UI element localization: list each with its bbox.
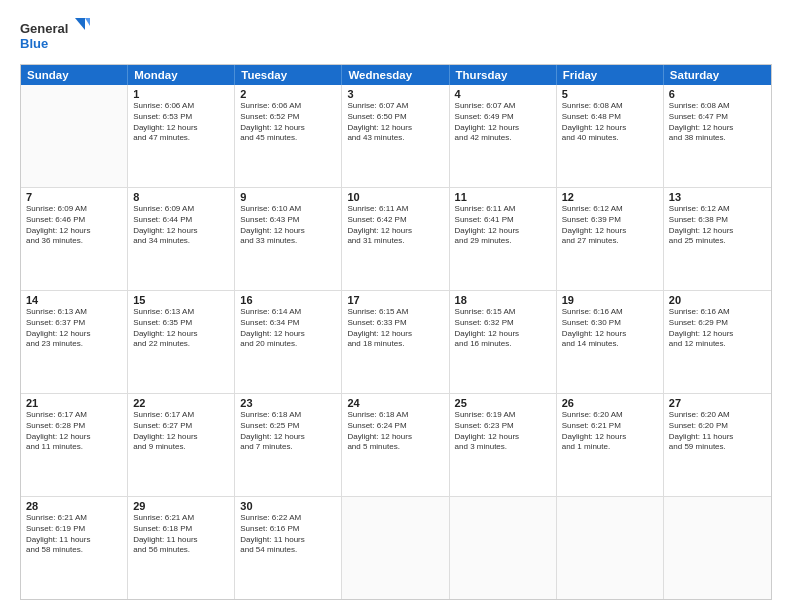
day-info: Sunrise: 6:19 AM Sunset: 6:23 PM Dayligh…: [455, 410, 551, 453]
calendar-header-cell: Thursday: [450, 65, 557, 85]
day-info: Sunrise: 6:08 AM Sunset: 6:48 PM Dayligh…: [562, 101, 658, 144]
day-number: 21: [26, 397, 122, 409]
calendar-cell: 15Sunrise: 6:13 AM Sunset: 6:35 PM Dayli…: [128, 291, 235, 393]
calendar-cell: [557, 497, 664, 599]
calendar-cell: 3Sunrise: 6:07 AM Sunset: 6:50 PM Daylig…: [342, 85, 449, 187]
calendar-row: 14Sunrise: 6:13 AM Sunset: 6:37 PM Dayli…: [21, 291, 771, 394]
day-info: Sunrise: 6:09 AM Sunset: 6:44 PM Dayligh…: [133, 204, 229, 247]
day-info: Sunrise: 6:11 AM Sunset: 6:41 PM Dayligh…: [455, 204, 551, 247]
calendar-header-cell: Sunday: [21, 65, 128, 85]
header: GeneralBlue: [20, 18, 772, 54]
calendar-header-cell: Tuesday: [235, 65, 342, 85]
calendar: SundayMondayTuesdayWednesdayThursdayFrid…: [20, 64, 772, 600]
day-number: 16: [240, 294, 336, 306]
calendar-cell: 22Sunrise: 6:17 AM Sunset: 6:27 PM Dayli…: [128, 394, 235, 496]
day-number: 13: [669, 191, 766, 203]
day-info: Sunrise: 6:18 AM Sunset: 6:24 PM Dayligh…: [347, 410, 443, 453]
day-number: 15: [133, 294, 229, 306]
calendar-header-cell: Wednesday: [342, 65, 449, 85]
calendar-cell: 10Sunrise: 6:11 AM Sunset: 6:42 PM Dayli…: [342, 188, 449, 290]
calendar-row: 7Sunrise: 6:09 AM Sunset: 6:46 PM Daylig…: [21, 188, 771, 291]
day-number: 8: [133, 191, 229, 203]
day-number: 17: [347, 294, 443, 306]
calendar-cell: 7Sunrise: 6:09 AM Sunset: 6:46 PM Daylig…: [21, 188, 128, 290]
calendar-cell: 21Sunrise: 6:17 AM Sunset: 6:28 PM Dayli…: [21, 394, 128, 496]
day-info: Sunrise: 6:15 AM Sunset: 6:32 PM Dayligh…: [455, 307, 551, 350]
logo-svg: GeneralBlue: [20, 18, 90, 54]
calendar-cell: 2Sunrise: 6:06 AM Sunset: 6:52 PM Daylig…: [235, 85, 342, 187]
calendar-cell: 1Sunrise: 6:06 AM Sunset: 6:53 PM Daylig…: [128, 85, 235, 187]
day-info: Sunrise: 6:07 AM Sunset: 6:49 PM Dayligh…: [455, 101, 551, 144]
calendar-cell: 27Sunrise: 6:20 AM Sunset: 6:20 PM Dayli…: [664, 394, 771, 496]
day-info: Sunrise: 6:16 AM Sunset: 6:29 PM Dayligh…: [669, 307, 766, 350]
calendar-cell: 30Sunrise: 6:22 AM Sunset: 6:16 PM Dayli…: [235, 497, 342, 599]
calendar-cell: 11Sunrise: 6:11 AM Sunset: 6:41 PM Dayli…: [450, 188, 557, 290]
day-info: Sunrise: 6:21 AM Sunset: 6:19 PM Dayligh…: [26, 513, 122, 556]
svg-text:General: General: [20, 21, 68, 36]
calendar-cell: 13Sunrise: 6:12 AM Sunset: 6:38 PM Dayli…: [664, 188, 771, 290]
day-info: Sunrise: 6:16 AM Sunset: 6:30 PM Dayligh…: [562, 307, 658, 350]
calendar-cell: 16Sunrise: 6:14 AM Sunset: 6:34 PM Dayli…: [235, 291, 342, 393]
day-info: Sunrise: 6:20 AM Sunset: 6:20 PM Dayligh…: [669, 410, 766, 453]
day-info: Sunrise: 6:17 AM Sunset: 6:27 PM Dayligh…: [133, 410, 229, 453]
calendar-row: 21Sunrise: 6:17 AM Sunset: 6:28 PM Dayli…: [21, 394, 771, 497]
day-number: 11: [455, 191, 551, 203]
day-number: 7: [26, 191, 122, 203]
calendar-header-cell: Saturday: [664, 65, 771, 85]
svg-text:Blue: Blue: [20, 36, 48, 51]
calendar-cell: 12Sunrise: 6:12 AM Sunset: 6:39 PM Dayli…: [557, 188, 664, 290]
day-info: Sunrise: 6:09 AM Sunset: 6:46 PM Dayligh…: [26, 204, 122, 247]
day-number: 6: [669, 88, 766, 100]
day-number: 14: [26, 294, 122, 306]
svg-marker-3: [85, 18, 90, 26]
day-info: Sunrise: 6:12 AM Sunset: 6:39 PM Dayligh…: [562, 204, 658, 247]
day-number: 19: [562, 294, 658, 306]
calendar-header-cell: Monday: [128, 65, 235, 85]
day-info: Sunrise: 6:22 AM Sunset: 6:16 PM Dayligh…: [240, 513, 336, 556]
day-info: Sunrise: 6:10 AM Sunset: 6:43 PM Dayligh…: [240, 204, 336, 247]
calendar-row: 1Sunrise: 6:06 AM Sunset: 6:53 PM Daylig…: [21, 85, 771, 188]
day-number: 22: [133, 397, 229, 409]
day-info: Sunrise: 6:17 AM Sunset: 6:28 PM Dayligh…: [26, 410, 122, 453]
calendar-cell: 24Sunrise: 6:18 AM Sunset: 6:24 PM Dayli…: [342, 394, 449, 496]
day-info: Sunrise: 6:15 AM Sunset: 6:33 PM Dayligh…: [347, 307, 443, 350]
day-number: 20: [669, 294, 766, 306]
calendar-cell: [664, 497, 771, 599]
calendar-cell: 4Sunrise: 6:07 AM Sunset: 6:49 PM Daylig…: [450, 85, 557, 187]
day-number: 25: [455, 397, 551, 409]
calendar-cell: 18Sunrise: 6:15 AM Sunset: 6:32 PM Dayli…: [450, 291, 557, 393]
calendar-header-cell: Friday: [557, 65, 664, 85]
day-number: 4: [455, 88, 551, 100]
day-number: 3: [347, 88, 443, 100]
calendar-cell: 23Sunrise: 6:18 AM Sunset: 6:25 PM Dayli…: [235, 394, 342, 496]
calendar-cell: [450, 497, 557, 599]
day-info: Sunrise: 6:06 AM Sunset: 6:52 PM Dayligh…: [240, 101, 336, 144]
calendar-cell: 28Sunrise: 6:21 AM Sunset: 6:19 PM Dayli…: [21, 497, 128, 599]
calendar-body: 1Sunrise: 6:06 AM Sunset: 6:53 PM Daylig…: [21, 85, 771, 599]
calendar-cell: 17Sunrise: 6:15 AM Sunset: 6:33 PM Dayli…: [342, 291, 449, 393]
day-info: Sunrise: 6:14 AM Sunset: 6:34 PM Dayligh…: [240, 307, 336, 350]
day-info: Sunrise: 6:13 AM Sunset: 6:37 PM Dayligh…: [26, 307, 122, 350]
day-number: 5: [562, 88, 658, 100]
day-number: 9: [240, 191, 336, 203]
page: GeneralBlue SundayMondayTuesdayWednesday…: [0, 0, 792, 612]
calendar-cell: 25Sunrise: 6:19 AM Sunset: 6:23 PM Dayli…: [450, 394, 557, 496]
day-info: Sunrise: 6:11 AM Sunset: 6:42 PM Dayligh…: [347, 204, 443, 247]
day-number: 18: [455, 294, 551, 306]
calendar-cell: 14Sunrise: 6:13 AM Sunset: 6:37 PM Dayli…: [21, 291, 128, 393]
day-number: 28: [26, 500, 122, 512]
day-info: Sunrise: 6:08 AM Sunset: 6:47 PM Dayligh…: [669, 101, 766, 144]
day-number: 10: [347, 191, 443, 203]
calendar-header: SundayMondayTuesdayWednesdayThursdayFrid…: [21, 65, 771, 85]
day-info: Sunrise: 6:13 AM Sunset: 6:35 PM Dayligh…: [133, 307, 229, 350]
calendar-cell: [342, 497, 449, 599]
day-number: 24: [347, 397, 443, 409]
day-number: 29: [133, 500, 229, 512]
calendar-cell: [21, 85, 128, 187]
day-number: 23: [240, 397, 336, 409]
day-number: 2: [240, 88, 336, 100]
calendar-row: 28Sunrise: 6:21 AM Sunset: 6:19 PM Dayli…: [21, 497, 771, 599]
day-number: 1: [133, 88, 229, 100]
logo: GeneralBlue: [20, 18, 90, 54]
calendar-cell: 5Sunrise: 6:08 AM Sunset: 6:48 PM Daylig…: [557, 85, 664, 187]
